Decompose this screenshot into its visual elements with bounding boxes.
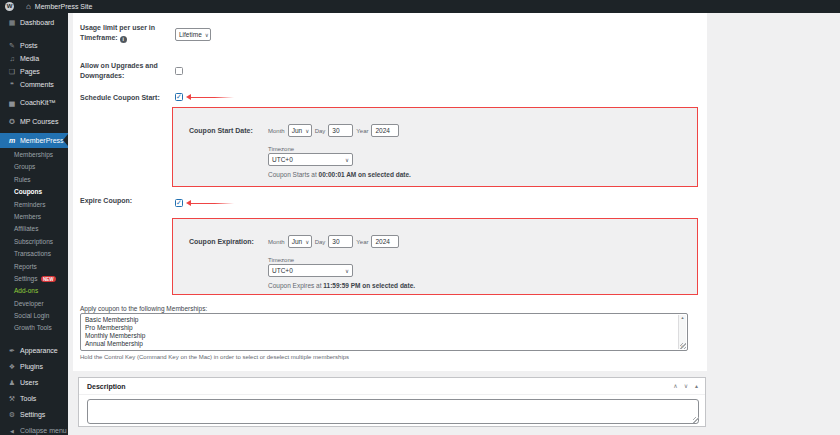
expire-timezone-select[interactable]: UTC+0 ∨ (268, 264, 353, 277)
sidebar-item-plugins[interactable]: ❖ Plugins (0, 360, 68, 373)
submenu-item-coupons[interactable]: Coupons (0, 186, 68, 198)
expire-date-row: Month Jun ∨ Day Year (268, 235, 399, 248)
memberpress-icon: m (7, 137, 17, 144)
tools-icon: ⚒ (7, 395, 17, 403)
toggle-panel-icon[interactable]: ▲ (694, 383, 699, 389)
membership-option[interactable]: Monthly Membership (81, 332, 687, 340)
info-icon[interactable]: i (120, 36, 127, 43)
chevron-down-icon: ∨ (205, 32, 209, 38)
sidebar-item-settings[interactable]: ⚙ Settings (0, 408, 68, 421)
description-title: Description (87, 383, 126, 390)
expire-day-input[interactable] (328, 235, 353, 248)
sidebar-item-comments[interactable]: ❝ Comments (0, 78, 68, 91)
memberships-multiselect[interactable]: Basic Membership Pro Membership Monthly … (80, 313, 688, 351)
move-down-icon[interactable]: ∨ (684, 383, 688, 389)
usage-timeframe-select[interactable]: Lifetime ∨ (175, 28, 211, 41)
textarea-resize-grip[interactable] (693, 417, 699, 423)
sidebar-item-dashboard[interactable]: ▦ Dashboard (0, 16, 68, 29)
submenu-item-settings[interactable]: SettingsNEW (0, 273, 68, 285)
start-date-row: Month Jun ∨ Day Year (268, 124, 399, 137)
sidebar-item-tools[interactable]: ⚒ Tools (0, 392, 68, 405)
sidebar-item-posts[interactable]: ✎ Posts (0, 39, 68, 52)
start-timezone-select[interactable]: UTC+0 ∨ (268, 153, 353, 166)
upgrades-label-line2: Downgrades: (80, 72, 124, 79)
start-month-select[interactable]: Jun ∨ (288, 124, 312, 137)
chevron-down-icon: ∨ (345, 157, 349, 163)
resize-grip[interactable] (680, 343, 686, 349)
sidebar-item-users[interactable]: ♟ Users (0, 376, 68, 389)
submenu-item-add-ons[interactable]: Add-ons (0, 285, 68, 297)
submenu-item-reminders[interactable]: Reminders (0, 199, 68, 211)
timezone-label: Timezone (268, 257, 294, 263)
wordpress-admin-coupon-edit-page: { "admin_bar": { "site_name": "MemberPre… (0, 0, 840, 435)
start-year-input[interactable] (371, 124, 399, 137)
coupon-form-panel: Usage limit per user in Timeframe:i Life… (73, 13, 707, 371)
move-up-icon[interactable]: ∧ (673, 383, 677, 389)
plugins-icon: ❖ (7, 363, 17, 371)
admin-bar: W ⌂ MemberPress Site (0, 0, 840, 13)
day-label: Day (315, 128, 326, 134)
submenu-item-subscriptions[interactable]: Subscriptions (0, 236, 68, 248)
annotation-arrow-start (186, 94, 234, 101)
sidebar-item-appearance[interactable]: ✒ Appearance (0, 344, 68, 357)
submenu-item-reports[interactable]: Reports (0, 261, 68, 273)
gear-icon: ⚙ (7, 411, 17, 419)
usage-limit-label-line1: Usage limit per user in (80, 24, 155, 31)
sidebar-item-coachkit[interactable]: ▅ CoachKit™ (0, 96, 68, 109)
membership-option[interactable]: Basic Membership (81, 316, 687, 324)
usage-limit-label-line2: Timeframe:i (80, 34, 127, 43)
schedule-start-label: Schedule Coupon Start: (80, 94, 160, 101)
coupon-expiration-annotation-box: Coupon Expiration: Month Jun ∨ Day Year … (172, 218, 698, 295)
submenu-item-groups[interactable]: Groups (0, 161, 68, 173)
expire-year-input[interactable] (371, 235, 399, 248)
submenu-item-transactions[interactable]: Transactions (0, 248, 68, 260)
submenu-item-memberships[interactable]: Memberships (0, 149, 68, 161)
admin-sidebar: ▦ Dashboard ✎ Posts ♫ Media ❏ Pages ❝ Co… (0, 13, 68, 435)
memberpress-submenu: Memberships Groups Rules Coupons Reminde… (0, 149, 68, 335)
site-name-link[interactable]: MemberPress Site (35, 3, 93, 10)
appearance-icon: ✒ (7, 347, 17, 355)
timezone-label: Timezone (268, 146, 294, 152)
start-day-input[interactable] (328, 124, 353, 137)
description-postbox: Description ∧ ∨ ▲ (78, 377, 706, 427)
start-note: Coupon Starts at 00:00:01 AM on selected… (268, 171, 411, 178)
upgrades-checkbox[interactable] (175, 67, 183, 75)
membership-option[interactable]: Pro Membership (81, 324, 687, 332)
membership-option[interactable]: Annual Membership (81, 340, 687, 348)
annotation-arrow-expire (186, 200, 234, 207)
coupon-start-annotation-box: Coupon Start Date: Month Jun ∨ Day Year … (172, 107, 698, 187)
memberships-hint: Hold the Control Key (Command Key on the… (80, 354, 349, 360)
schedule-start-checkbox[interactable]: ✓ (175, 93, 183, 101)
home-icon[interactable]: ⌂ (26, 0, 31, 13)
submenu-item-growth-tools[interactable]: Growth Tools (0, 322, 68, 334)
description-header[interactable]: Description ∧ ∨ ▲ (79, 378, 705, 395)
description-textarea[interactable] (87, 399, 699, 424)
expire-coupon-checkbox[interactable]: ✓ (175, 199, 183, 207)
chevron-down-icon: ∨ (305, 239, 309, 245)
media-icon: ♫ (7, 55, 17, 62)
sidebar-item-media[interactable]: ♫ Media (0, 52, 68, 65)
expire-note: Coupon Expires at 11:59:59 PM on selecte… (268, 282, 415, 289)
courses-icon: ✪ (7, 118, 17, 126)
day-label: Day (315, 239, 326, 245)
submenu-item-members[interactable]: Members (0, 211, 68, 223)
sidebar-item-pages[interactable]: ❏ Pages (0, 65, 68, 78)
sidebar-item-mp-courses[interactable]: ✪ MP Courses (0, 115, 68, 128)
posts-icon: ✎ (7, 42, 17, 50)
year-label: Year (356, 128, 368, 134)
wordpress-logo-icon[interactable]: W (5, 2, 14, 11)
scroll-up-icon[interactable]: ▲ (681, 315, 685, 320)
submenu-item-developer[interactable]: Developer (0, 298, 68, 310)
submenu-item-affiliates[interactable]: Affiliates (0, 223, 68, 235)
submenu-item-rules[interactable]: Rules (0, 174, 68, 186)
new-badge: NEW (41, 276, 57, 282)
month-label: Month (268, 128, 285, 134)
chart-icon: ▅ (7, 99, 17, 107)
expire-coupon-label: Expire Coupon: (80, 197, 132, 204)
users-icon: ♟ (7, 379, 17, 387)
submenu-item-social-login[interactable]: Social Login (0, 310, 68, 322)
sidebar-item-memberpress[interactable]: m MemberPress (0, 133, 68, 148)
comments-icon: ❝ (7, 81, 17, 89)
expire-month-select[interactable]: Jun ∨ (288, 235, 312, 248)
collapse-menu-button[interactable]: ◀ Collapse menu (0, 424, 68, 435)
